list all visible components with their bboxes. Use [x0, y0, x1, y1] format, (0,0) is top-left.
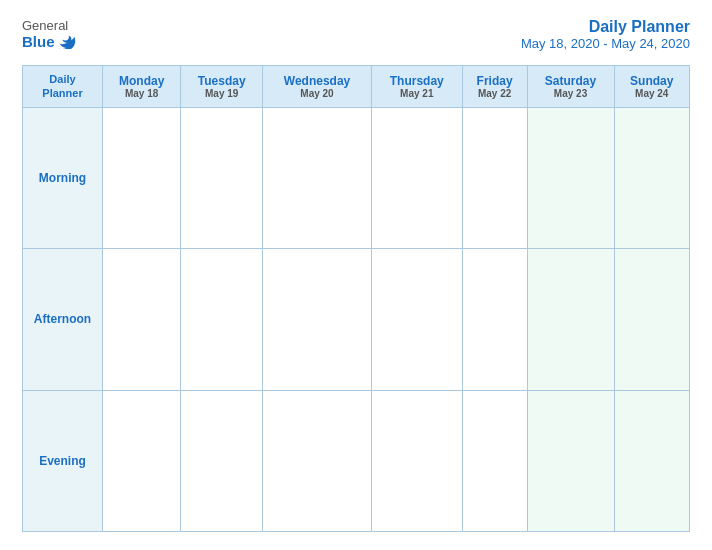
logo-blue-text: Blue [22, 33, 76, 50]
page-title: Daily Planner [521, 18, 690, 36]
afternoon-label: Afternoon [23, 249, 103, 390]
morning-sunday[interactable] [614, 107, 689, 248]
afternoon-friday[interactable] [462, 249, 527, 390]
logo-general-text: General [22, 18, 68, 33]
morning-row: Morning [23, 107, 690, 248]
logo-bird-icon [58, 35, 76, 49]
planner-table: Daily Planner Monday May 18 Tuesday May … [22, 65, 690, 532]
col-header-monday: Monday May 18 [103, 66, 181, 108]
morning-wednesday[interactable] [263, 107, 372, 248]
evening-monday[interactable] [103, 390, 181, 531]
afternoon-monday[interactable] [103, 249, 181, 390]
afternoon-sunday[interactable] [614, 249, 689, 390]
evening-tuesday[interactable] [181, 390, 263, 531]
morning-thursday[interactable] [371, 107, 462, 248]
table-header-row: Daily Planner Monday May 18 Tuesday May … [23, 66, 690, 108]
morning-saturday[interactable] [527, 107, 614, 248]
morning-monday[interactable] [103, 107, 181, 248]
afternoon-saturday[interactable] [527, 249, 614, 390]
evening-row: Evening [23, 390, 690, 531]
afternoon-thursday[interactable] [371, 249, 462, 390]
table-corner-header: Daily Planner [23, 66, 103, 108]
evening-label: Evening [23, 390, 103, 531]
afternoon-tuesday[interactable] [181, 249, 263, 390]
col-header-tuesday: Tuesday May 19 [181, 66, 263, 108]
morning-tuesday[interactable] [181, 107, 263, 248]
logo: General Blue [22, 18, 76, 50]
afternoon-wednesday[interactable] [263, 249, 372, 390]
morning-label: Morning [23, 107, 103, 248]
afternoon-row: Afternoon [23, 249, 690, 390]
evening-thursday[interactable] [371, 390, 462, 531]
col-header-sunday: Sunday May 24 [614, 66, 689, 108]
morning-friday[interactable] [462, 107, 527, 248]
evening-friday[interactable] [462, 390, 527, 531]
evening-saturday[interactable] [527, 390, 614, 531]
col-header-thursday: Thursday May 21 [371, 66, 462, 108]
evening-wednesday[interactable] [263, 390, 372, 531]
page-header: General Blue Daily Planner May 18, 2020 … [22, 18, 690, 51]
col-header-saturday: Saturday May 23 [527, 66, 614, 108]
date-range: May 18, 2020 - May 24, 2020 [521, 36, 690, 51]
col-header-wednesday: Wednesday May 20 [263, 66, 372, 108]
evening-sunday[interactable] [614, 390, 689, 531]
col-header-friday: Friday May 22 [462, 66, 527, 108]
title-block: Daily Planner May 18, 2020 - May 24, 202… [521, 18, 690, 51]
